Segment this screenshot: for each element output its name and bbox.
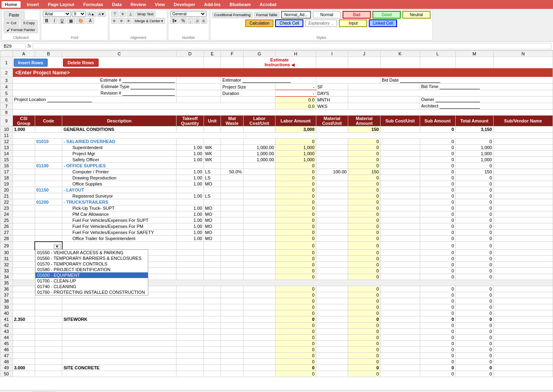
cell-17e[interactable]: LS (204, 169, 221, 175)
col-b[interactable]: B (35, 51, 62, 57)
cell-49k[interactable] (380, 365, 420, 371)
cell-13m[interactable]: 1,000 (455, 145, 493, 151)
cell-16a[interactable] (13, 163, 35, 169)
dropdown-item-4[interactable]: 01580 - PROJECT IDENTIFICATION (36, 267, 148, 272)
cell-25f[interactable] (221, 217, 243, 223)
cell-18d[interactable]: 1.00 (177, 175, 204, 181)
cell-29c[interactable] (62, 242, 177, 250)
col-h[interactable]: H (275, 51, 316, 57)
cell-13a[interactable] (13, 145, 35, 151)
cell-19f[interactable] (221, 181, 243, 187)
cell-13h[interactable]: 1,000 (275, 145, 316, 151)
cell-49l[interactable]: 0 (420, 365, 455, 371)
formula-input[interactable] (33, 43, 551, 49)
cell-28j[interactable]: 0 (348, 236, 381, 242)
merge-center-button[interactable]: Merge & Center ▾ (132, 18, 165, 24)
cell-16c[interactable]: - OFFICE SUPPLIES (62, 163, 177, 169)
cell-17m[interactable]: 150 (455, 169, 493, 175)
cell-23f[interactable] (221, 205, 243, 211)
cell-24f[interactable] (221, 211, 243, 217)
cell-10g[interactable] (243, 126, 275, 133)
cell-28g[interactable] (243, 236, 275, 242)
insert-rows-cell[interactable]: Insert Rows (13, 57, 62, 68)
cell-24d[interactable]: 1.00 (177, 211, 204, 217)
style-normal-ad[interactable]: Normal_Ad... (281, 11, 311, 19)
font-name-select[interactable]: Arial (43, 11, 71, 17)
cell-12d[interactable] (177, 139, 204, 145)
cell-22l[interactable]: 0 (420, 199, 455, 205)
cell-18j[interactable]: 0 (348, 175, 381, 181)
cell-15m[interactable]: 1,000 (455, 157, 493, 163)
project-name-cell[interactable]: <Enter Project Name> (13, 68, 553, 77)
cell-17f[interactable]: 50.0% (221, 169, 243, 175)
cell-23m[interactable]: 0 (455, 205, 493, 211)
dropdown-item-6[interactable]: 01700 - CLEAN-UP (36, 278, 148, 284)
col-e[interactable]: E (204, 51, 221, 57)
cell-27h[interactable]: 0 (275, 230, 316, 236)
cell-27j[interactable]: 0 (348, 230, 381, 236)
cell-20i[interactable] (316, 187, 348, 193)
cell-19g[interactable] (243, 181, 275, 187)
cell-49j[interactable]: 0 (348, 365, 381, 371)
tab-insert[interactable]: Insert (25, 1, 42, 8)
cell-12e[interactable] (204, 139, 221, 145)
cell-26l[interactable]: 0 (420, 223, 455, 230)
cell-21b[interactable] (35, 193, 62, 199)
cell-22j[interactable]: 0 (348, 199, 381, 205)
cell-14b[interactable] (35, 151, 62, 157)
cell-18k[interactable] (380, 175, 420, 181)
cell-17c[interactable]: Computer / Printer (62, 169, 177, 175)
cell-26c[interactable]: Fuel For Vehicles/Expenses For PM (62, 223, 177, 230)
cell-19e[interactable]: MO (204, 181, 221, 187)
cell-24g[interactable] (243, 211, 275, 217)
cell-21j[interactable]: 0 (348, 193, 381, 199)
cell-28d[interactable]: 1.00 (177, 236, 204, 242)
cell-10i[interactable] (316, 126, 348, 133)
font-color-button[interactable]: A (86, 18, 94, 24)
col-i[interactable]: I (316, 51, 348, 57)
cell-12l[interactable]: 0 (420, 139, 455, 145)
tab-addins[interactable]: Add-Ins (202, 1, 223, 8)
cell-49e[interactable] (204, 365, 221, 371)
cell-29j[interactable]: 0 (348, 242, 381, 250)
col-c[interactable]: C (62, 51, 177, 57)
cell-41d[interactable] (177, 316, 204, 322)
cell-18i[interactable] (316, 175, 348, 181)
cell-25n[interactable] (493, 217, 553, 223)
cell-18e[interactable]: LS (204, 175, 221, 181)
cell-12g[interactable] (243, 139, 275, 145)
cell-28f[interactable] (221, 236, 243, 242)
cell-27f[interactable] (221, 230, 243, 236)
cell-19d[interactable]: 1.00 (177, 181, 204, 187)
cut-button[interactable]: ✂ Cut (4, 20, 19, 26)
cell-24a[interactable] (13, 211, 35, 217)
cell-10j[interactable]: 150 (348, 126, 381, 133)
cell-20n[interactable] (493, 187, 553, 193)
cell-14i[interactable] (316, 151, 348, 157)
cell-19n[interactable] (493, 181, 553, 187)
dollar-button[interactable]: $▾ (170, 18, 179, 24)
cell-13k[interactable] (380, 145, 420, 151)
cell-17n[interactable] (493, 169, 553, 175)
cell-14k[interactable] (380, 151, 420, 157)
cell-15g[interactable]: 1,000.00 (243, 157, 275, 163)
cell-26j[interactable]: 0 (348, 223, 381, 230)
cell-13e[interactable]: WK (204, 145, 221, 151)
cell-22i[interactable] (316, 199, 348, 205)
left-align-button[interactable]: ≡ (111, 18, 118, 24)
bottom-align-button[interactable]: ⊥ (127, 11, 135, 17)
cell-21d[interactable]: 1.00 (177, 193, 204, 199)
cell-41m[interactable]: 0 (455, 316, 493, 322)
cell-26b[interactable] (35, 223, 62, 230)
cell-26h[interactable]: 0 (275, 223, 316, 230)
cell-21c[interactable]: Registered Surveyor (62, 193, 177, 199)
cell-29m[interactable]: 0 (455, 242, 493, 250)
grow-font-button[interactable]: A▲ (87, 11, 96, 17)
cell-13i[interactable] (316, 145, 348, 151)
cell-10a[interactable]: 1.000 (13, 126, 35, 133)
dropdown-item-1[interactable]: 01550 - VEHICULAR ACCESS & PARKING (36, 250, 148, 255)
cell-15d[interactable]: 1.00 (177, 157, 204, 163)
cell-41g[interactable] (243, 316, 275, 322)
bold-button[interactable]: B (43, 18, 50, 24)
cell-14d[interactable]: 1.00 (177, 151, 204, 157)
